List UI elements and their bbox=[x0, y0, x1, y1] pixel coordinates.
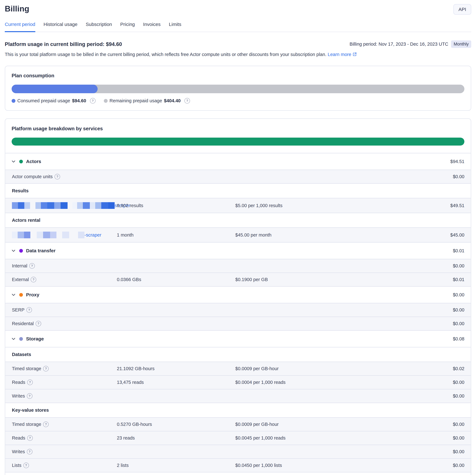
redaction-block bbox=[50, 232, 56, 238]
tab-current-period[interactable]: Current period bbox=[5, 22, 35, 32]
item-amount-cell: $0.00 bbox=[453, 435, 464, 441]
table-row-sublabel: Actors rental bbox=[5, 213, 471, 227]
help-icon[interactable]: ? bbox=[27, 393, 33, 399]
item-label-cell: Actor compute units? bbox=[12, 174, 117, 179]
learn-more-link[interactable]: Learn more bbox=[328, 52, 357, 57]
tab-limits[interactable]: Limits bbox=[169, 22, 181, 32]
chevron-down-icon[interactable] bbox=[11, 292, 16, 297]
plan-consumption-legend: Consumed prepaid usage $94.60 ? Remainin… bbox=[12, 98, 464, 104]
service-amount: $0.00 bbox=[453, 292, 464, 298]
item-label-cell: Lists? bbox=[12, 463, 117, 468]
item-quantity-cell: 0.5270 GB-hours bbox=[117, 422, 235, 427]
chevron-down-icon[interactable] bbox=[11, 336, 16, 341]
billing-page: Billing API Current periodHistorical usa… bbox=[0, 0, 476, 475]
breakdown-bar bbox=[12, 138, 464, 145]
table-row-sublabel: Request queues bbox=[5, 472, 471, 475]
item-label: Lists bbox=[12, 463, 21, 468]
redaction-block bbox=[56, 232, 62, 238]
table-row-sublabel: Results bbox=[5, 183, 471, 198]
redaction-block bbox=[95, 202, 101, 209]
table-row: Timed storage? 21.1092 GB-hours $0.0009 … bbox=[5, 362, 471, 375]
table-row: Lists? 2 lists $0.0450 per 1,000 lists $… bbox=[5, 458, 471, 472]
sublabel-text: Actors rental bbox=[12, 218, 40, 223]
item-label-cell: Timed storage? bbox=[12, 366, 117, 371]
item-quantity-cell: 9,902 results bbox=[117, 203, 235, 208]
redacted-actor-name bbox=[12, 232, 85, 238]
tab-historical-usage[interactable]: Historical usage bbox=[44, 22, 77, 32]
sublabel-text: Results bbox=[12, 188, 29, 193]
item-label: Internal bbox=[12, 263, 27, 268]
usage-description-text: This is your total platform usage to be … bbox=[5, 52, 326, 57]
help-icon[interactable]: ? bbox=[43, 366, 49, 371]
billing-period-badge: Monthly bbox=[451, 40, 471, 48]
help-icon[interactable]: ? bbox=[185, 98, 190, 104]
item-amount-cell: $45.00 bbox=[450, 232, 464, 238]
redaction-block bbox=[54, 202, 61, 209]
remaining-dot bbox=[104, 99, 108, 103]
item-label-cell: External? bbox=[12, 277, 117, 282]
help-icon[interactable]: ? bbox=[54, 174, 60, 179]
item-amount-cell: $0.00 bbox=[453, 393, 464, 399]
breakdown-title: Platform usage breakdown by services bbox=[12, 126, 464, 132]
item-label-cell: Writes? bbox=[12, 449, 117, 455]
api-button[interactable]: API bbox=[453, 4, 471, 15]
service-amount: $0.08 bbox=[453, 336, 464, 342]
page-header: Billing API bbox=[5, 0, 471, 15]
item-label-cell: Reads? bbox=[12, 435, 117, 441]
item-amount-cell: $0.00 bbox=[453, 307, 464, 313]
table-row: Reads? 23 reads $0.0045 per 1,000 reads … bbox=[5, 431, 471, 445]
consumed-label: Consumed prepaid usage bbox=[17, 98, 70, 103]
table-row-group-storage[interactable]: Storage $0.08 bbox=[5, 330, 471, 347]
redaction-block bbox=[30, 232, 37, 238]
item-rate-cell: $5.00 per 1,000 results bbox=[235, 203, 450, 208]
help-icon[interactable]: ? bbox=[26, 307, 32, 313]
breakdown-bar-fill bbox=[12, 138, 464, 145]
help-icon[interactable]: ? bbox=[31, 277, 36, 282]
tab-bar: Current periodHistorical usageSubscripti… bbox=[5, 22, 471, 32]
table-row: scraper 9,902 results $5.00 per 1,000 re… bbox=[5, 198, 471, 213]
item-label-cell: SERP? bbox=[12, 307, 117, 313]
help-icon[interactable]: ? bbox=[43, 422, 49, 427]
item-rate-cell: $0.0045 per 1,000 reads bbox=[235, 435, 453, 441]
help-icon[interactable]: ? bbox=[23, 463, 29, 468]
item-amount-cell: $0.00 bbox=[453, 174, 464, 179]
item-label-cell: Reads? bbox=[12, 380, 117, 385]
redaction-block bbox=[30, 202, 35, 209]
redaction-block bbox=[90, 202, 95, 209]
table-row-group-actors[interactable]: Actors $94.51 bbox=[5, 153, 471, 170]
redaction-block bbox=[69, 232, 78, 238]
item-amount-cell: $0.02 bbox=[453, 366, 464, 371]
chevron-down-icon[interactable] bbox=[11, 159, 16, 164]
help-icon[interactable]: ? bbox=[27, 449, 33, 455]
tab-pricing[interactable]: Pricing bbox=[120, 22, 135, 32]
redaction-block bbox=[78, 232, 85, 238]
help-icon[interactable]: ? bbox=[29, 263, 35, 269]
item-label: Reads bbox=[12, 435, 25, 441]
item-rate-cell: $0.1900 per GB bbox=[235, 277, 453, 282]
table-row: Timed storage? 0.5270 GB-hours $0.0009 p… bbox=[5, 417, 471, 431]
table-row-group-data-transfer[interactable]: Data transfer $0.01 bbox=[5, 242, 471, 259]
service-label: Actors bbox=[26, 159, 41, 164]
help-icon[interactable]: ? bbox=[27, 380, 33, 385]
tab-subscription[interactable]: Subscription bbox=[86, 22, 112, 32]
tab-invoices[interactable]: Invoices bbox=[143, 22, 161, 32]
redaction-block bbox=[77, 202, 83, 209]
item-amount-cell: $49.51 bbox=[450, 203, 464, 208]
usage-description: This is your total platform usage to be … bbox=[5, 51, 471, 58]
item-quantity-cell: 0.0366 GBs bbox=[117, 277, 235, 282]
billing-period-text: Billing period: Nov 17, 2023 - Dec 16, 2… bbox=[350, 41, 448, 47]
redaction-block bbox=[108, 202, 115, 209]
help-icon[interactable]: ? bbox=[36, 321, 41, 326]
redaction-block bbox=[72, 202, 77, 209]
actor-link[interactable]: -scraper bbox=[85, 232, 101, 238]
table-row: -scraper 1 month $45.00 per month $45.00 bbox=[5, 227, 471, 242]
redaction-block bbox=[83, 202, 90, 209]
chevron-down-icon[interactable] bbox=[11, 248, 16, 253]
item-rate-cell: $0.0009 per GB-hour bbox=[235, 366, 453, 371]
help-icon[interactable]: ? bbox=[90, 98, 96, 104]
service-amount: $0.01 bbox=[453, 248, 464, 253]
item-label: Timed storage bbox=[12, 422, 41, 427]
item-rate-cell: $0.0004 per 1,000 reads bbox=[235, 380, 453, 385]
table-row-group-proxy[interactable]: Proxy $0.00 bbox=[5, 286, 471, 303]
help-icon[interactable]: ? bbox=[27, 435, 33, 441]
